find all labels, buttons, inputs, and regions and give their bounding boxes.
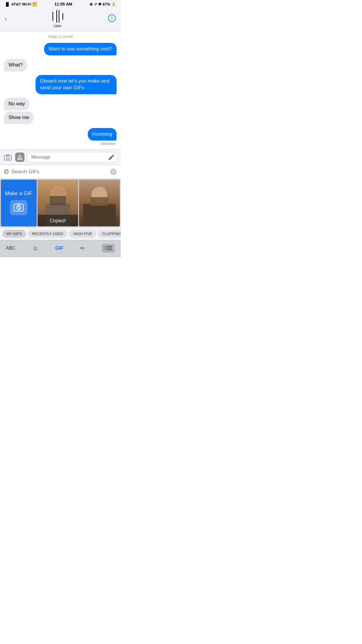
gif-search-clear-button[interactable]: ✕ — [110, 169, 117, 175]
battery-label: 67% — [103, 2, 110, 6]
carrier-label: AT&T Wi-Fi — [11, 2, 31, 6]
message-row: Gboard now let's you make and send your … — [4, 75, 117, 94]
sent-bubble: Gboard now let's you make and send your … — [36, 75, 117, 94]
status-time: 11:55 AM — [55, 2, 72, 6]
gif-item-photo-2[interactable] — [79, 180, 120, 226]
message-input-row: 🎤 — [0, 149, 121, 165]
camera-icon — [4, 154, 12, 161]
message-row: What? — [4, 59, 117, 71]
message-input[interactable] — [31, 155, 108, 160]
gif-panel: G ✕ Make a GIF — [0, 165, 121, 257]
delete-icon: ⌫ — [105, 245, 112, 251]
copied-label: Copied! — [38, 218, 78, 223]
emoji-button[interactable]: ☺ — [32, 244, 38, 252]
mic-icon[interactable]: 🎤 — [108, 154, 115, 160]
avatar — [51, 10, 64, 23]
keyboard-bottom-bar: ABC ☺ GIF ✏ ⌫ — [0, 240, 121, 257]
google-g-logo: G — [4, 168, 9, 176]
status-left: ▐▌ AT&T Wi-Fi 📶 — [5, 2, 37, 6]
gif-categories: MY GIFS RECENTLY USED HIGH FIVE CLAPPING… — [0, 227, 121, 240]
category-tab-recently-used[interactable]: RECENTLY USED — [28, 230, 67, 238]
abc-button[interactable]: ABC — [6, 246, 15, 251]
battery-icon: 🔋 — [111, 2, 116, 6]
make-gif-button[interactable]: Make a GIF — [1, 180, 37, 226]
category-tab-high-five[interactable]: HIGH FIVE — [69, 230, 96, 238]
location-icon: ⊕ — [89, 2, 93, 6]
info-button[interactable]: i — [108, 14, 116, 24]
pencil-button[interactable]: ✏ — [80, 245, 85, 252]
sent-bubble: Incoming — [88, 128, 117, 141]
back-button[interactable]: ‹ — [5, 15, 7, 23]
status-bar: ▐▌ AT&T Wi-Fi 📶 11:55 AM ⊕ ↗ ✱ 67% 🔋 — [0, 0, 121, 8]
message-input-container[interactable]: 🎤 — [27, 152, 118, 162]
messages-area: Today 11:10 AM Want to see something coo… — [0, 31, 121, 149]
delivered-label: Delivered — [4, 142, 117, 146]
message-timestamp: Today 11:10 AM — [4, 35, 117, 39]
received-bubble: What? — [4, 59, 27, 71]
gif-item-photo-1[interactable]: Copied! — [38, 180, 78, 226]
arrow-icon: ↗ — [94, 2, 97, 6]
back-arrow-icon: ‹ — [5, 15, 7, 22]
app-store-button[interactable] — [15, 153, 24, 162]
message-row: Incoming — [4, 128, 117, 141]
header: ‹ Jake i — [0, 8, 121, 31]
received-bubble: No way — [4, 98, 29, 110]
sent-bubble: Want to see something cool? — [44, 43, 117, 55]
make-gif-icon — [10, 200, 27, 215]
message-row: No way — [4, 98, 117, 110]
loop-icon — [13, 202, 24, 213]
app-store-icon — [17, 154, 23, 160]
contact-name: Jake — [53, 24, 61, 28]
camera-button[interactable] — [3, 152, 13, 162]
info-icon: i — [108, 14, 116, 22]
message-row: Show me — [4, 111, 117, 124]
category-tab-clapping[interactable]: CLAPPING — [98, 230, 121, 238]
status-right: ⊕ ↗ ✱ 67% 🔋 — [89, 2, 116, 6]
received-bubble: Show me — [4, 111, 34, 124]
svg-text:i: i — [111, 15, 113, 20]
message-row: Want to see something cool? — [4, 43, 117, 55]
category-tab-my-gifs[interactable]: MY GIFS — [2, 230, 26, 238]
photo-thumbnail-2 — [79, 180, 120, 226]
gif-button[interactable]: GIF — [55, 245, 64, 251]
gif-search-bar: G ✕ — [0, 165, 121, 179]
delete-button[interactable]: ⌫ — [102, 244, 115, 253]
gif-search-input[interactable] — [11, 169, 108, 175]
svg-point-3 — [6, 156, 9, 159]
bluetooth-icon: ✱ — [98, 2, 101, 6]
signal-icon: ▐▌ — [5, 2, 10, 6]
gif-grid: Make a GIF Copied! — [0, 179, 121, 227]
contact-info[interactable]: Jake — [51, 10, 64, 28]
wifi-icon: 📶 — [32, 2, 37, 6]
